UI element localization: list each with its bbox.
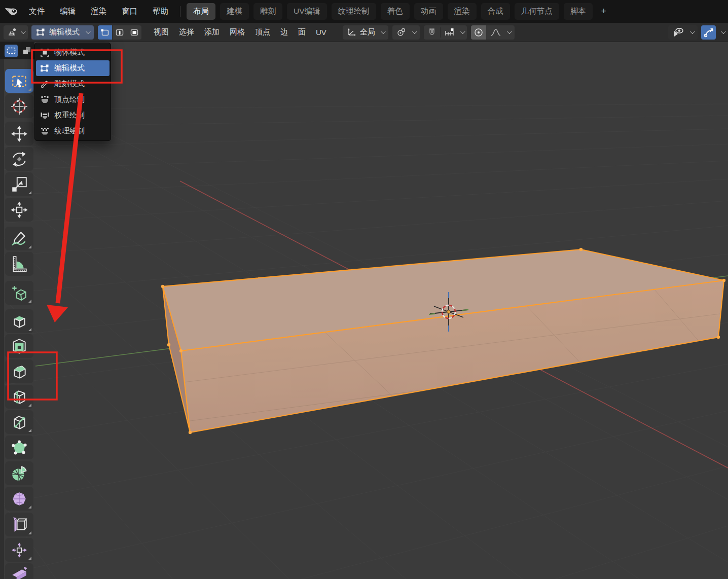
menu-window[interactable]: 窗口 [114,3,145,20]
menu-uv[interactable]: UV [311,28,332,37]
chevron-down-icon [86,29,91,34]
menu-file[interactable]: 文件 [21,3,52,20]
chevron-down-icon [721,29,726,34]
face-select-mode-button[interactable] [127,25,141,40]
tool-loop-cut-button[interactable] [5,385,33,409]
tab-shading[interactable]: 着色 [381,3,410,20]
sculpt-mode-icon [40,80,50,89]
dropdown-item-weight-paint[interactable]: 权重绘制 [35,107,111,123]
weight-paint-icon [40,111,50,120]
select-mode-set-button[interactable] [5,45,18,57]
mode-selector-dropdown[interactable]: 编辑模式 [31,25,94,40]
scale-icon [10,175,28,194]
tool-rotate-button[interactable] [5,147,33,171]
menu-mesh[interactable]: 网格 [225,27,250,37]
extrude-region-icon [10,312,28,331]
chevron-down-icon [460,29,465,34]
menu-help[interactable]: 帮助 [145,3,176,20]
dropdown-item-object-mode[interactable]: 物体模式 [35,45,111,60]
pivot-point-dropdown[interactable] [392,25,420,40]
cube-slab-mesh[interactable] [152,248,728,456]
vertex-select-icon [100,27,110,38]
rotate-icon [10,150,28,168]
snap-controls [424,25,467,40]
tool-smooth-button[interactable] [5,487,33,511]
menu-add[interactable]: 添加 [199,27,225,37]
tab-scripting[interactable]: 脚本 [564,3,593,20]
show-gizmos-toggle[interactable] [701,25,716,40]
menu-vertex[interactable]: 顶点 [250,27,275,37]
transform-orientation-dropdown[interactable]: 全局 [343,25,388,40]
cursor-tool-icon [10,97,28,116]
proportional-editing-toggle[interactable] [471,25,486,40]
tool-select-box-button[interactable] [5,69,33,93]
select-extend-icon [22,46,32,56]
tab-rendering[interactable]: 渲染 [448,3,477,20]
add-workspace-button[interactable]: + [597,5,611,18]
object-visibility-dropdown[interactable] [668,25,698,40]
proportional-falloff-dropdown[interactable] [486,25,515,40]
annotate-pen-icon [10,230,28,248]
snap-with-increment-icon[interactable] [444,27,455,38]
dropdown-item-label: 雕刻模式 [54,79,85,89]
texture-paint-icon [40,127,50,136]
tool-extrude-region-button[interactable] [5,309,33,333]
tab-animation[interactable]: 动画 [414,3,443,20]
tab-geometry-nodes[interactable]: 几何节点 [515,3,559,20]
dropdown-item-label: 编辑模式 [54,63,85,73]
tool-spin-button[interactable] [5,461,33,485]
orientation-axes-icon [347,27,357,37]
tool-settings-bar [0,42,34,59]
tool-scale-button[interactable] [5,172,33,196]
tool-knife-button[interactable] [5,410,33,434]
chevron-down-icon [507,29,512,34]
tool-move-button[interactable] [5,122,33,146]
select-box-icon [10,72,28,90]
visibility-eye-cursor-icon [672,27,684,38]
edge-select-mode-button[interactable] [113,25,127,40]
dropdown-item-texture-paint[interactable]: 纹理绘制 [35,123,111,139]
tab-texture-paint[interactable]: 纹理绘制 [332,3,376,20]
tool-shear-button[interactable] [5,563,33,579]
tab-uv-editing[interactable]: UV编辑 [287,3,327,20]
vertex-paint-icon [40,95,50,104]
mode-selector-label: 编辑模式 [49,27,80,37]
tab-modeling[interactable]: 建模 [220,3,249,20]
menu-face[interactable]: 面 [293,27,311,37]
dropdown-item-vertex-paint[interactable]: 顶点绘制 [35,92,111,107]
tab-compositing[interactable]: 合成 [481,3,510,20]
edge-slide-icon [10,516,28,534]
menu-edge[interactable]: 边 [275,27,293,37]
tool-cursor-button[interactable] [5,94,33,118]
menu-render[interactable]: 渲染 [83,3,114,20]
gizmo-icon [703,27,714,38]
tool-bevel-button[interactable] [5,359,33,383]
dropdown-item-sculpt-mode[interactable]: 雕刻模式 [35,76,111,92]
vertex-select-mode-button[interactable] [98,25,112,40]
transform-controls: 全局 [343,25,515,40]
tool-edge-slide-button[interactable] [5,513,33,536]
chevron-down-icon [21,29,26,34]
dropdown-item-edit-mode[interactable]: 编辑模式 [36,60,110,76]
tool-inset-faces-button[interactable] [5,334,33,358]
select-mode-extend-button[interactable] [20,45,33,57]
move-icon [10,125,28,143]
tab-layout[interactable]: 布局 [187,3,215,20]
blender-logo-icon[interactable] [4,4,19,19]
menu-view[interactable]: 视图 [149,27,174,37]
tool-add-cube-button[interactable] [5,281,33,305]
snap-magnet-toggle-icon[interactable] [427,27,437,38]
spin-icon [10,464,28,483]
tool-measure-button[interactable] [5,252,33,276]
tool-transform-button[interactable] [5,198,33,222]
edit-mode-icon [36,28,46,37]
tool-shrink-fatten-button[interactable] [5,538,33,562]
tool-annotate-button[interactable] [5,227,33,250]
menu-edit[interactable]: 编辑 [52,3,83,20]
menu-select[interactable]: 选择 [174,27,199,37]
tool-poly-build-button[interactable] [5,436,33,459]
divider [440,27,441,38]
editor-type-button[interactable] [4,25,28,40]
tab-sculpting[interactable]: 雕刻 [253,3,282,20]
dropdown-item-label: 物体模式 [54,48,85,57]
